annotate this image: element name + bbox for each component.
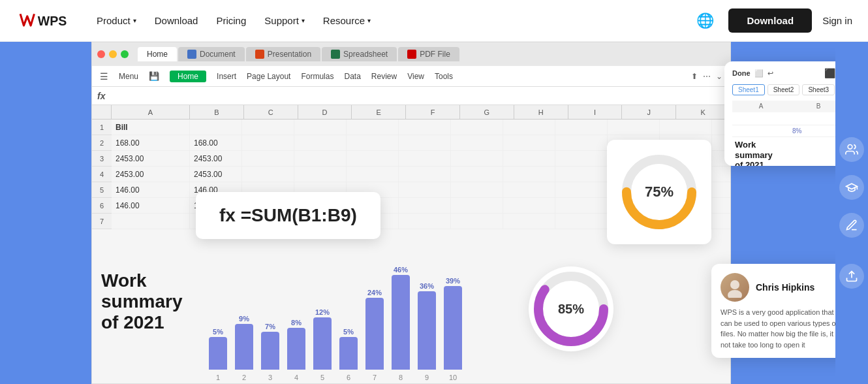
nav-download[interactable]: Download	[147, 10, 206, 31]
mobile-work-line2: summary	[735, 150, 847, 161]
cell-k1[interactable]	[660, 120, 712, 135]
cell-i5[interactable]	[555, 182, 608, 197]
cell-h6[interactable]	[503, 198, 555, 213]
bar-rect	[392, 275, 410, 370]
cell-i1[interactable]	[555, 120, 608, 135]
mobile-sheet2-tab[interactable]: Sheet2	[767, 84, 800, 95]
cell-f5[interactable]	[399, 182, 451, 197]
cell-c3[interactable]	[242, 151, 294, 166]
cell-g5[interactable]	[451, 182, 503, 197]
ribbon-share-icon: ⬆	[691, 72, 698, 81]
bar-percentage: 9%	[239, 315, 249, 323]
cell-b1[interactable]	[190, 120, 242, 135]
users-icon-button[interactable]	[839, 137, 864, 162]
nav-pricing[interactable]: Pricing	[208, 10, 254, 31]
col-e-header: E	[352, 105, 406, 119]
download-button[interactable]: Download	[728, 8, 812, 33]
ribbon-view[interactable]: View	[407, 72, 424, 81]
cell-b2[interactable]: 168.00	[190, 135, 242, 150]
ribbon-tools[interactable]: Tools	[435, 72, 453, 81]
cell-a1[interactable]: Bill	[112, 120, 190, 135]
cell-a5[interactable]: 146.00	[112, 182, 190, 197]
bar-group: 46%8	[392, 266, 410, 381]
edit-icon-button[interactable]	[839, 213, 864, 238]
cell-g3[interactable]	[451, 151, 503, 166]
cell-f3[interactable]	[399, 151, 451, 166]
cell-c1[interactable]	[242, 120, 294, 135]
mobile-sheet3-tab[interactable]: Sheet3	[802, 84, 835, 95]
cell-e4[interactable]	[347, 167, 399, 182]
ribbon-review[interactable]: Review	[371, 72, 397, 81]
cell-a6[interactable]: 146.00	[112, 198, 190, 213]
ribbon-page-layout[interactable]: Page Layout	[247, 72, 290, 81]
signin-link[interactable]: Sign in	[822, 15, 852, 26]
cell-a7[interactable]	[112, 214, 190, 229]
ribbon-insert[interactable]: Insert	[217, 72, 236, 81]
cell-g2[interactable]	[451, 135, 503, 150]
nav-resource[interactable]: Resource ▾	[315, 10, 379, 31]
cell-b3[interactable]: 2453.00	[190, 151, 242, 166]
tab-presentation[interactable]: Presentation	[246, 47, 320, 61]
row-num-header	[92, 105, 112, 119]
cell-f6[interactable]	[399, 198, 451, 213]
cell-a4[interactable]: 2453.00	[112, 167, 190, 182]
cell-i4[interactable]	[555, 167, 608, 182]
cell-g1[interactable]	[451, 120, 503, 135]
mobile-cell-a1[interactable]	[732, 114, 790, 125]
cell-d3[interactable]	[294, 151, 347, 166]
cell-j1[interactable]	[608, 120, 660, 135]
cell-d2[interactable]	[294, 135, 347, 150]
education-icon-button[interactable]	[839, 175, 864, 200]
logo[interactable]: WPS	[16, 9, 68, 33]
ribbon-menu-label[interactable]: Menu	[119, 72, 138, 81]
cell-g7[interactable]	[451, 214, 503, 229]
tab-pdf[interactable]: PDF File	[398, 47, 459, 61]
cell-d4[interactable]	[294, 167, 347, 182]
cell-c2[interactable]	[242, 135, 294, 150]
cell-h4[interactable]	[503, 167, 555, 182]
cell-h2[interactable]	[503, 135, 555, 150]
review-text: WPS is a very good application that can …	[721, 307, 846, 350]
language-button[interactable]: 🌐	[692, 8, 718, 34]
cell-c4[interactable]	[242, 167, 294, 182]
mobile-cell-a2[interactable]	[732, 125, 790, 137]
formula-input[interactable]	[110, 91, 725, 101]
upload-icon-button[interactable]	[839, 264, 864, 289]
cell-e2[interactable]	[347, 135, 399, 150]
cell-h5[interactable]	[503, 182, 555, 197]
cell-f4[interactable]	[399, 167, 451, 182]
cell-f7[interactable]	[399, 214, 451, 229]
cell-f1[interactable]	[399, 120, 451, 135]
cell-d1[interactable]	[294, 120, 347, 135]
fx-formula-overlay: fx =SUM(B1:B9)	[196, 192, 380, 239]
ribbon-data[interactable]: Data	[344, 72, 360, 81]
cell-i3[interactable]	[555, 151, 608, 166]
cell-e1[interactable]	[347, 120, 399, 135]
tab-spreadsheet[interactable]: Spreadsheet	[322, 47, 397, 61]
bar-number: 3	[268, 374, 272, 381]
mobile-sheet1-tab[interactable]: Sheet1	[732, 84, 765, 95]
menu-icon: ☰	[100, 71, 108, 82]
tab-document[interactable]: Document	[178, 47, 245, 61]
review-header: Chris Hipkins	[721, 273, 846, 302]
cell-a2[interactable]: 168.00	[112, 135, 190, 150]
cell-h7[interactable]	[503, 214, 555, 229]
cell-g6[interactable]	[451, 198, 503, 213]
mobile-square-icon: ⬜	[754, 69, 764, 78]
tab-home[interactable]: Home	[138, 47, 177, 61]
cell-a3[interactable]: 2453.00	[112, 151, 190, 166]
cell-i7[interactable]	[555, 214, 608, 229]
cell-i6[interactable]	[555, 198, 608, 213]
cell-h3[interactable]	[503, 151, 555, 166]
cell-f2[interactable]	[399, 135, 451, 150]
cell-b4[interactable]: 2453.00	[190, 167, 242, 182]
nav-product[interactable]: Product ▾	[89, 10, 144, 31]
cell-h1[interactable]	[503, 120, 555, 135]
nav-support[interactable]: Support ▾	[256, 10, 313, 31]
bar-percentage: 24%	[367, 289, 382, 296]
cell-i2[interactable]	[555, 135, 608, 150]
cell-e3[interactable]	[347, 151, 399, 166]
ribbon-formulas[interactable]: Formulas	[301, 72, 333, 81]
cell-g4[interactable]	[451, 167, 503, 182]
ribbon-home-button[interactable]: Home	[170, 71, 206, 82]
